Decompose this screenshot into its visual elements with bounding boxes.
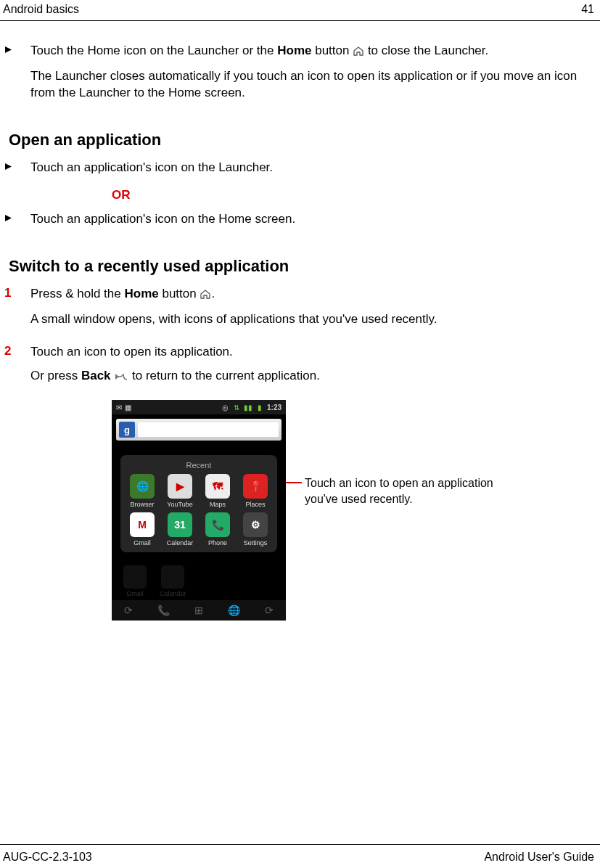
page-header: Android basics 41 — [0, 0, 600, 21]
dimmed-app: Calendar — [160, 565, 186, 597]
step-number: 1 — [4, 286, 30, 335]
recent-app-browser[interactable]: 🌐Browser — [123, 474, 161, 508]
app-icon: 📞 — [205, 512, 230, 537]
bullet-text: Touch the Home icon on the Launcher or t… — [30, 43, 580, 109]
app-label: Browser — [130, 501, 154, 508]
app-icon: ▶ — [168, 474, 192, 499]
recent-app-youtube[interactable]: ▶YouTube — [161, 474, 199, 508]
app-icon: ⚙ — [243, 512, 268, 537]
nav-spacer: ⟳ — [124, 605, 133, 616]
numbered-item: 2 Touch an icon to open its application.… — [4, 344, 580, 393]
recent-app-calendar[interactable]: 31Calendar — [161, 512, 199, 546]
numbered-item: 1 Press & hold the Home button . A small… — [4, 286, 580, 335]
target-icon: ◎ — [222, 404, 229, 412]
nav-phone-icon[interactable]: 📞 — [157, 605, 170, 616]
app-icon: M — [130, 512, 155, 537]
header-title: Android basics — [3, 3, 79, 16]
svg-marker-0 — [5, 46, 12, 53]
battery-icon: ▮ — [258, 404, 262, 412]
recent-apps-panel: Recent 🌐Browser▶YouTube🗺Maps📍PlacesMGmai… — [120, 455, 277, 552]
section-heading-open-app: Open an application — [9, 131, 580, 150]
app-icon: 🌐 — [130, 474, 155, 499]
search-bar[interactable]: g — [116, 419, 281, 441]
page-content: Touch the Home icon on the Launcher or t… — [0, 21, 600, 621]
recent-app-phone[interactable]: 📞Phone — [199, 512, 237, 546]
or-separator: OR — [112, 188, 580, 202]
bullet-item: Touch an application's icon on the Launc… — [4, 160, 580, 184]
home-icon — [200, 287, 211, 304]
svg-marker-1 — [5, 163, 12, 170]
recent-app-settings[interactable]: ⚙Settings — [237, 512, 274, 546]
data-icon: ⇅ — [234, 404, 239, 412]
app-icon: 📍 — [243, 474, 268, 499]
bullet-text: Touch an application's icon on the Home … — [30, 211, 580, 228]
dimmed-app: Gmail — [123, 565, 147, 597]
mail-icon: ✉ — [116, 404, 122, 412]
bullet-text: Touch an application's icon on the Launc… — [30, 160, 580, 176]
back-icon — [114, 369, 128, 386]
step-text: Press & hold the Home button . A small w… — [30, 286, 580, 335]
status-bar: ✉▦ ◎ ⇅ ▮▮ ▮ 1:23 — [112, 400, 286, 414]
step-number: 2 — [4, 344, 30, 393]
bullet-item: Touch the Home icon on the Launcher or t… — [4, 43, 580, 109]
app-label: Calendar — [167, 539, 194, 546]
nav-browser-icon[interactable]: 🌐 — [228, 605, 240, 616]
page-number: 41 — [581, 3, 594, 16]
section-heading-switch-app: Switch to a recently used application — [9, 257, 580, 276]
app-label: Phone — [208, 539, 227, 546]
screenshot-figure: ✉▦ ◎ ⇅ ▮▮ ▮ 1:23 g Recent 🌐Browser▶YouTu — [112, 400, 580, 621]
step-text: Touch an icon to open its application. O… — [30, 344, 580, 393]
app-icon: 31 — [168, 512, 192, 537]
figure-callout: Touch an icon to open an application you… — [286, 475, 515, 621]
recent-title: Recent — [123, 459, 274, 474]
app-label: Places — [245, 501, 265, 508]
triangle-bullet-icon — [4, 160, 30, 184]
app-label: Maps — [210, 501, 226, 508]
app-icon: 🗺 — [205, 474, 230, 499]
bullet-item: Touch an application's icon on the Home … — [4, 211, 580, 235]
sd-icon: ▦ — [125, 404, 131, 412]
app-label: Settings — [244, 539, 268, 546]
triangle-bullet-icon — [4, 211, 30, 235]
phone-mock: ✉▦ ◎ ⇅ ▮▮ ▮ 1:23 g Recent 🌐Browser▶YouTu — [112, 400, 286, 621]
triangle-bullet-icon — [4, 43, 30, 109]
search-input[interactable] — [138, 422, 279, 437]
signal-icon: ▮▮ — [244, 404, 252, 412]
app-label: Gmail — [133, 539, 151, 546]
recent-app-places[interactable]: 📍Places — [237, 474, 274, 508]
nav-bar: ⟳ 📞 ⊞ 🌐 ⟳ — [112, 600, 286, 621]
nav-apps-icon[interactable]: ⊞ — [194, 605, 203, 616]
nav-spacer: ⟳ — [265, 605, 274, 616]
footer-guide-name: Android User's Guide — [484, 851, 594, 864]
google-icon: g — [119, 422, 135, 438]
svg-marker-2 — [5, 215, 12, 221]
page-footer: AUG-CC-2.3-103 Android User's Guide — [0, 844, 600, 864]
recent-app-gmail[interactable]: MGmail — [123, 512, 161, 546]
clock: 1:23 — [267, 404, 281, 412]
recent-app-maps[interactable]: 🗺Maps — [199, 474, 237, 508]
callout-leader-line — [286, 482, 302, 483]
callout-text: Touch an icon to open an application you… — [305, 475, 515, 507]
home-icon — [353, 44, 364, 61]
footer-doc-id: AUG-CC-2.3-103 — [3, 851, 92, 864]
app-label: YouTube — [167, 501, 192, 508]
